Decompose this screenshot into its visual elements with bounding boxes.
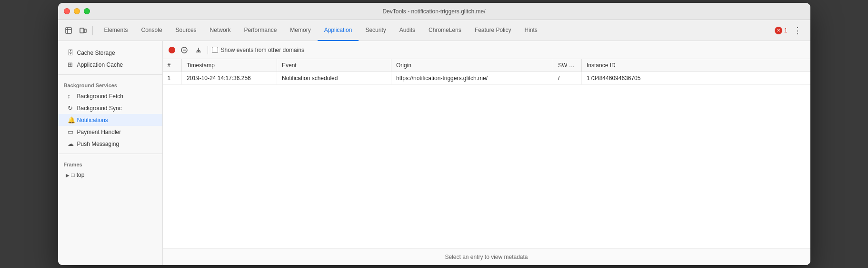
- background-fetch-icon: ↕: [68, 93, 74, 100]
- sidebar-item-notifications-label: Notifications: [77, 117, 108, 124]
- show-other-domains-label: Show events from other domains: [221, 47, 304, 53]
- sidebar-item-payment-handler-label: Payment Handler: [77, 129, 121, 135]
- storage-section: 🗄 Cache Storage ⊞ Application Cache: [58, 45, 162, 72]
- col-header-timestamp: Timestamp: [182, 59, 277, 72]
- tab-hints[interactable]: Hints: [518, 20, 544, 41]
- panel-toolbar: Show events from other domains: [163, 41, 810, 59]
- main-toolbar: Elements Console Sources Network Perform…: [58, 20, 810, 41]
- sidebar-item-push-messaging[interactable]: ☁ Push Messaging: [58, 138, 162, 150]
- inspect-element-button[interactable]: [62, 24, 75, 37]
- close-button[interactable]: [64, 8, 70, 14]
- sidebar-item-cache-storage[interactable]: 🗄 Cache Storage: [58, 47, 162, 59]
- application-cache-icon: ⊞: [68, 61, 74, 68]
- svg-rect-1: [80, 28, 84, 33]
- tab-performance[interactable]: Performance: [238, 20, 284, 41]
- clear-button[interactable]: [179, 45, 190, 55]
- tab-elements[interactable]: Elements: [98, 20, 135, 41]
- panel-toolbar-separator: [208, 46, 208, 54]
- table-row[interactable]: 1 2019-10-24 14:17:36.256 Notification s…: [163, 72, 810, 85]
- col-header-instance: Instance ID: [582, 59, 810, 72]
- sidebar-divider-2: [58, 154, 162, 154]
- background-services-label: Background Services: [58, 79, 162, 90]
- svg-rect-0: [66, 28, 71, 33]
- sidebar-item-push-messaging-label: Push Messaging: [77, 141, 120, 147]
- notifications-icon: 🔔: [68, 116, 74, 124]
- events-table-wrapper: # Timestamp Event Origin SW … Instance I…: [163, 59, 810, 248]
- sidebar-item-payment-handler[interactable]: ▭ Payment Handler: [58, 126, 162, 138]
- status-bar: Select an entry to view metadata: [163, 248, 810, 265]
- svg-rect-2: [84, 29, 86, 32]
- tab-application[interactable]: Application: [318, 20, 359, 41]
- push-messaging-icon: ☁: [68, 140, 74, 147]
- record-button[interactable]: [169, 47, 175, 53]
- traffic-lights: [64, 8, 90, 14]
- cell-num: 1: [163, 72, 182, 85]
- status-text: Select an entry to view metadata: [445, 254, 528, 260]
- frames-section: Frames ▶ □ top: [58, 156, 162, 183]
- error-icon: ✕: [775, 27, 782, 34]
- table-header-row: # Timestamp Event Origin SW … Instance I…: [163, 59, 810, 72]
- sidebar-item-background-fetch[interactable]: ↕ Background Fetch: [58, 90, 162, 102]
- tab-bar: Elements Console Sources Network Perform…: [96, 20, 774, 41]
- toolbar-separator: [92, 26, 93, 35]
- sidebar-item-application-cache[interactable]: ⊞ Application Cache: [58, 59, 162, 71]
- sidebar-item-notifications[interactable]: 🔔 Notifications: [58, 114, 162, 126]
- main-panel: Show events from other domains # Timesta…: [163, 41, 810, 265]
- tab-network[interactable]: Network: [203, 20, 238, 41]
- frame-folder-icon: □: [71, 172, 75, 178]
- maximize-button[interactable]: [84, 8, 90, 14]
- tab-sources[interactable]: Sources: [169, 20, 203, 41]
- col-header-num: #: [163, 59, 182, 72]
- sidebar-divider-1: [58, 74, 162, 75]
- window-title: DevTools - notification-triggers.glitch.…: [382, 8, 485, 15]
- devtools-window: DevTools - notification-triggers.glitch.…: [58, 3, 810, 265]
- tab-console[interactable]: Console: [135, 20, 169, 41]
- events-table: # Timestamp Event Origin SW … Instance I…: [163, 59, 810, 85]
- sidebar-item-background-fetch-label: Background Fetch: [77, 93, 123, 100]
- toolbar-right: ✕ 1 ⋮: [775, 24, 807, 37]
- error-count: 1: [784, 27, 788, 34]
- col-header-event: Event: [277, 59, 391, 72]
- show-other-domains-checkbox[interactable]: [212, 47, 218, 53]
- sidebar-item-cache-storage-label: Cache Storage: [77, 50, 115, 56]
- cell-sw: /: [553, 72, 582, 85]
- sidebar-item-application-cache-label: Application Cache: [77, 62, 123, 68]
- background-services-section: Background Services ↕ Background Fetch ↻…: [58, 77, 162, 152]
- frame-top-label: top: [77, 172, 85, 178]
- more-options-button[interactable]: ⋮: [790, 24, 805, 37]
- cell-event: Notification scheduled: [277, 72, 391, 85]
- sidebar-item-top-frame[interactable]: ▶ □ top: [58, 169, 162, 181]
- error-badge[interactable]: ✕ 1: [775, 27, 788, 34]
- frame-arrow-icon: ▶: [66, 173, 70, 178]
- tab-memory[interactable]: Memory: [283, 20, 317, 41]
- titlebar: DevTools - notification-triggers.glitch.…: [58, 3, 810, 20]
- cell-instance-id: 17348446094636705: [582, 72, 810, 85]
- cell-origin: https://notification-triggers.glitch.me/: [391, 72, 553, 85]
- col-header-origin: Origin: [391, 59, 553, 72]
- tab-chromelens[interactable]: ChromeLens: [422, 20, 468, 41]
- cache-storage-icon: 🗄: [68, 49, 74, 56]
- sidebar-item-background-sync-label: Background Sync: [77, 105, 122, 112]
- sidebar-item-background-sync[interactable]: ↻ Background Sync: [58, 102, 162, 114]
- cell-timestamp: 2019-10-24 14:17:36.256: [182, 72, 277, 85]
- tab-security[interactable]: Security: [359, 20, 392, 41]
- show-other-domains-checkbox-label[interactable]: Show events from other domains: [212, 47, 304, 53]
- background-sync-icon: ↻: [68, 104, 74, 112]
- download-button[interactable]: [193, 45, 204, 55]
- payment-handler-icon: ▭: [68, 128, 74, 135]
- sidebar: 🗄 Cache Storage ⊞ Application Cache Back…: [58, 41, 163, 265]
- main-content: 🗄 Cache Storage ⊞ Application Cache Back…: [58, 41, 810, 265]
- tab-audits[interactable]: Audits: [393, 20, 422, 41]
- col-header-sw: SW …: [553, 59, 582, 72]
- device-toolbar-button[interactable]: [76, 24, 90, 37]
- tab-feature-policy[interactable]: Feature Policy: [468, 20, 518, 41]
- frames-label: Frames: [58, 158, 162, 169]
- minimize-button[interactable]: [74, 8, 80, 14]
